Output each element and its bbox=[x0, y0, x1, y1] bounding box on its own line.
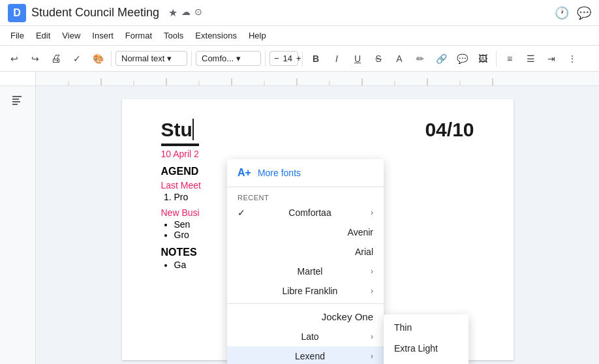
main-area: Stu 10 April 2 04/10 AGEND Last Meet Pro… bbox=[0, 86, 599, 364]
divider-5 bbox=[496, 51, 497, 67]
drive-icon: ⊙ bbox=[194, 7, 202, 19]
font-item-avenir[interactable]: Avenir bbox=[227, 222, 384, 242]
submenu-thin[interactable]: Thin bbox=[384, 317, 468, 338]
menu-tools[interactable]: Tools bbox=[159, 28, 189, 43]
right-action-icons: 🕐 💬 bbox=[555, 6, 591, 20]
submenu-extra-light[interactable]: Extra Light bbox=[384, 338, 468, 359]
font-chevron: ▾ bbox=[236, 53, 241, 63]
font-item-lato[interactable]: Lato bbox=[227, 327, 384, 346]
ruler-marks bbox=[36, 72, 599, 85]
link-button[interactable]: 🔗 bbox=[432, 50, 450, 68]
document-title[interactable]: Student Council Meeting bbox=[31, 6, 159, 20]
font-name-avenir: Avenir bbox=[348, 227, 373, 237]
font-name-martel: Martel bbox=[298, 266, 323, 277]
recent-label: RECENT bbox=[227, 190, 384, 203]
divider-3 bbox=[265, 51, 266, 67]
font-name-libre-franklin: Libre Franklin bbox=[283, 286, 338, 296]
comments-icon[interactable]: 💬 bbox=[577, 6, 591, 20]
submenu-light[interactable]: Light bbox=[384, 359, 468, 364]
font-size-plus[interactable]: + bbox=[296, 53, 301, 63]
font-name-lexend: Lexend bbox=[295, 351, 325, 361]
menu-insert[interactable]: Insert bbox=[87, 28, 119, 43]
chevron-martel bbox=[371, 267, 373, 276]
text-style-chevron: ▾ bbox=[167, 53, 172, 63]
menu-file[interactable]: File bbox=[5, 28, 29, 43]
text-style-label: Normal text bbox=[121, 53, 164, 63]
indent-button[interactable]: ⇥ bbox=[542, 50, 561, 68]
menu-edit[interactable]: Edit bbox=[31, 28, 55, 43]
print-button[interactable]: 🖨 bbox=[47, 50, 65, 68]
strikethrough-button[interactable]: S bbox=[369, 50, 388, 68]
thin-label: Thin bbox=[394, 322, 412, 333]
svg-rect-16 bbox=[12, 101, 20, 102]
more-fonts-item[interactable]: A+ More fonts bbox=[227, 162, 384, 184]
underline-button[interactable]: U bbox=[348, 50, 367, 68]
toolbar: ↩ ↪ 🖨 ✓ 🎨 Normal text ▾ Comfo... ▾ − 14 … bbox=[0, 46, 599, 72]
font-item-martel[interactable]: Martel bbox=[227, 262, 384, 281]
ruler bbox=[0, 72, 599, 86]
title-action-icons: ★ ☁ ⊙ bbox=[168, 7, 202, 19]
list-button[interactable]: ☰ bbox=[521, 50, 540, 68]
align-button[interactable]: ≡ bbox=[500, 50, 519, 68]
history-icon[interactable]: 🕐 bbox=[555, 6, 569, 20]
image-button[interactable]: 🖼 bbox=[474, 50, 492, 68]
doc-date: 10 April 2 bbox=[161, 149, 199, 159]
font-dropdown[interactable]: Comfo... ▾ bbox=[196, 51, 261, 66]
font-name-jockey-one: Jockey One bbox=[322, 311, 373, 322]
more-fonts-label: More fonts bbox=[258, 168, 301, 178]
chevron-comfortaa bbox=[371, 208, 373, 217]
font-size-box[interactable]: − 14 + bbox=[269, 51, 298, 66]
font-label: Comfo... bbox=[202, 53, 234, 63]
menu-help[interactable]: Help bbox=[243, 28, 271, 43]
menu-format[interactable]: Format bbox=[120, 28, 157, 43]
title-bar: D Student Council Meeting ★ ☁ ⊙ 🕐 💬 bbox=[0, 0, 599, 26]
font-name-lato: Lato bbox=[301, 331, 318, 342]
left-sidebar bbox=[0, 86, 36, 364]
chevron-lato bbox=[371, 332, 373, 341]
divider-2 bbox=[191, 51, 192, 67]
bold-button[interactable]: B bbox=[307, 50, 325, 68]
undo-button[interactable]: ↩ bbox=[5, 50, 23, 68]
check-icon: ✓ bbox=[238, 207, 245, 218]
lexend-submenu: Thin Extra Light Light Normal Medium Sem… bbox=[384, 314, 468, 364]
highlight-button[interactable]: ✏ bbox=[411, 50, 429, 68]
menu-bar: File Edit View Insert Format Tools Exten… bbox=[0, 26, 599, 46]
doc-divider bbox=[161, 144, 199, 146]
chevron-libre-franklin bbox=[371, 286, 373, 296]
outline-icon bbox=[0, 86, 35, 117]
font-name-arial: Arial bbox=[355, 247, 373, 257]
svg-rect-14 bbox=[12, 96, 22, 97]
spellcheck-button[interactable]: ✓ bbox=[68, 50, 86, 68]
font-name-comfortaa: Comfortaa bbox=[288, 207, 331, 218]
menu-divider-top bbox=[227, 187, 384, 187]
svg-rect-15 bbox=[12, 99, 19, 100]
chevron-lexend bbox=[371, 352, 373, 361]
text-color-button[interactable]: A bbox=[390, 50, 408, 68]
svg-rect-17 bbox=[12, 104, 18, 105]
italic-button[interactable]: I bbox=[328, 50, 346, 68]
doc-date-right: 04/10 bbox=[425, 119, 474, 141]
more-fonts-icon: A+ bbox=[238, 167, 251, 179]
menu-view[interactable]: View bbox=[57, 28, 85, 43]
font-item-comfortaa[interactable]: ✓ Comfortaa bbox=[227, 203, 384, 222]
redo-button[interactable]: ↪ bbox=[26, 50, 44, 68]
font-size-value[interactable]: 14 bbox=[283, 53, 292, 63]
star-icon[interactable]: ★ bbox=[168, 7, 177, 19]
divider-1 bbox=[111, 51, 112, 67]
text-style-dropdown[interactable]: Normal text ▾ bbox=[115, 51, 187, 66]
menu-divider-mid bbox=[227, 303, 384, 304]
font-dropdown-menu: A+ More fonts RECENT ✓ Comfortaa Avenir … bbox=[227, 159, 384, 364]
divider-4 bbox=[302, 51, 303, 67]
font-item-arial[interactable]: Arial bbox=[227, 242, 384, 262]
more-button[interactable]: ⋮ bbox=[563, 50, 581, 68]
paint-format-button[interactable]: 🎨 bbox=[89, 50, 107, 68]
ruler-left bbox=[0, 72, 36, 85]
comment-button[interactable]: 💬 bbox=[453, 50, 471, 68]
cloud-icon: ☁ bbox=[181, 7, 191, 19]
font-size-minus[interactable]: − bbox=[274, 53, 279, 63]
font-item-libre-franklin[interactable]: Libre Franklin bbox=[227, 281, 384, 301]
font-item-jockey-one[interactable]: Jockey One bbox=[227, 307, 384, 327]
doc-title-text: Stu bbox=[161, 119, 199, 141]
font-item-lexend[interactable]: Lexend bbox=[227, 346, 384, 364]
menu-extensions[interactable]: Extensions bbox=[190, 28, 242, 43]
